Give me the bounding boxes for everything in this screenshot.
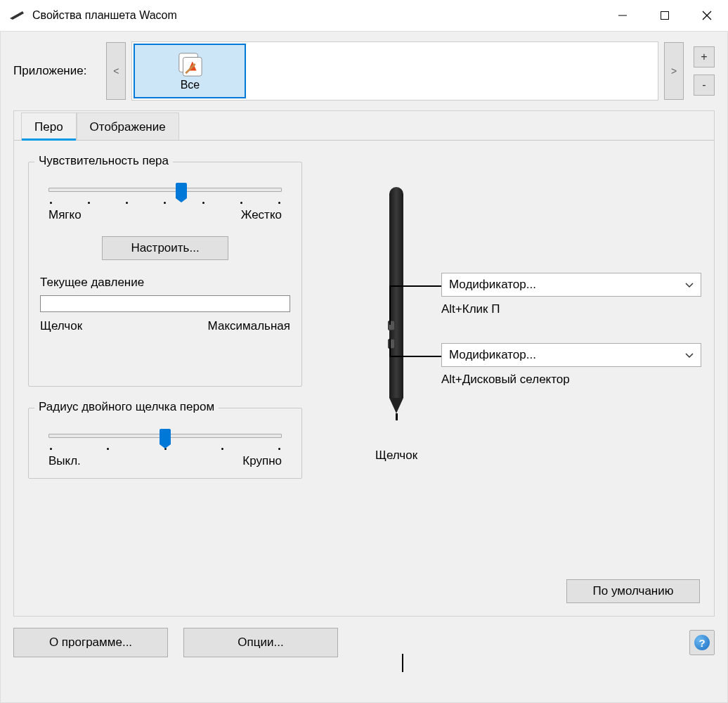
lower-button-value: Модификатор...	[449, 348, 536, 362]
application-list: Все	[131, 41, 658, 101]
tip-feel-slider[interactable]: Мягко Жестко	[48, 188, 282, 222]
pressure-bar	[40, 295, 290, 312]
customize-button[interactable]: Настроить...	[102, 236, 228, 260]
tab-bar: Перо Отображение	[14, 111, 714, 141]
application-item-label: Все	[181, 79, 200, 91]
chevron-down-icon	[685, 348, 694, 362]
pen-tip-label: Щелчок	[375, 449, 417, 463]
tip-feel-group: Чувствительность пера Мягко Жестко Настр…	[28, 162, 302, 387]
close-button[interactable]	[686, 0, 728, 30]
all-apps-icon	[176, 51, 203, 77]
about-button[interactable]: О программе...	[13, 628, 168, 657]
tip-feel-soft-label: Мягко	[48, 208, 82, 222]
tab-mapping[interactable]: Отображение	[77, 112, 179, 140]
add-application-button[interactable]: +	[694, 46, 715, 67]
upper-button-sub: Alt+Клик П	[441, 302, 701, 316]
double-click-group: Радиус двойного щелчка пером Выкл. Крупн…	[28, 408, 302, 479]
double-click-title: Радиус двойного щелчка пером	[34, 400, 219, 414]
options-button[interactable]: Опции...	[183, 628, 338, 657]
help-icon: ?	[694, 635, 710, 650]
lower-button-dropdown[interactable]: Модификатор...	[441, 343, 701, 367]
application-item-all[interactable]: Все	[134, 44, 246, 98]
lower-button-sub: Alt+Дисковый селектор	[441, 373, 701, 387]
help-button[interactable]: ?	[689, 630, 715, 655]
minimize-button[interactable]	[602, 0, 644, 30]
scroll-right-button[interactable]: >	[664, 42, 684, 100]
pressure-click-label: Щелчок	[40, 319, 82, 333]
double-click-slider[interactable]: Выкл. Крупно	[48, 434, 282, 468]
remove-application-button[interactable]: -	[694, 75, 715, 96]
tab-pen[interactable]: Перо	[21, 112, 77, 140]
application-label: Приложение:	[13, 64, 86, 78]
upper-button-value: Модификатор...	[449, 278, 536, 292]
window-title: Свойства планшета Wacom	[32, 9, 602, 22]
scroll-left-button[interactable]: <	[106, 42, 126, 100]
double-click-large-label: Крупно	[242, 454, 282, 468]
current-pressure-label: Текущее давление	[40, 276, 290, 290]
svg-marker-0	[10, 11, 24, 20]
upper-button-dropdown[interactable]: Модификатор...	[441, 273, 701, 297]
pen-illustration: Щелчок	[375, 187, 417, 463]
pressure-max-label: Максимальная	[208, 319, 290, 333]
default-button[interactable]: По умолчанию	[566, 579, 700, 603]
svg-rect-2	[661, 11, 669, 19]
tab-pen-content: Чувствительность пера Мягко Жестко Настр…	[14, 141, 714, 616]
double-click-off-label: Выкл.	[48, 454, 81, 468]
tip-feel-firm-label: Жестко	[241, 208, 282, 222]
chevron-down-icon	[685, 278, 694, 292]
app-icon	[8, 10, 25, 21]
application-row: Приложение: < Все > + -	[1, 32, 727, 110]
footer: О программе... Опции... ?	[1, 628, 727, 670]
main-panel: Перо Отображение Чувствительность пера М…	[13, 110, 715, 617]
titlebar: Свойства планшета Wacom	[0, 0, 728, 31]
tip-feel-title: Чувствительность пера	[34, 154, 173, 168]
maximize-button[interactable]	[644, 0, 686, 30]
